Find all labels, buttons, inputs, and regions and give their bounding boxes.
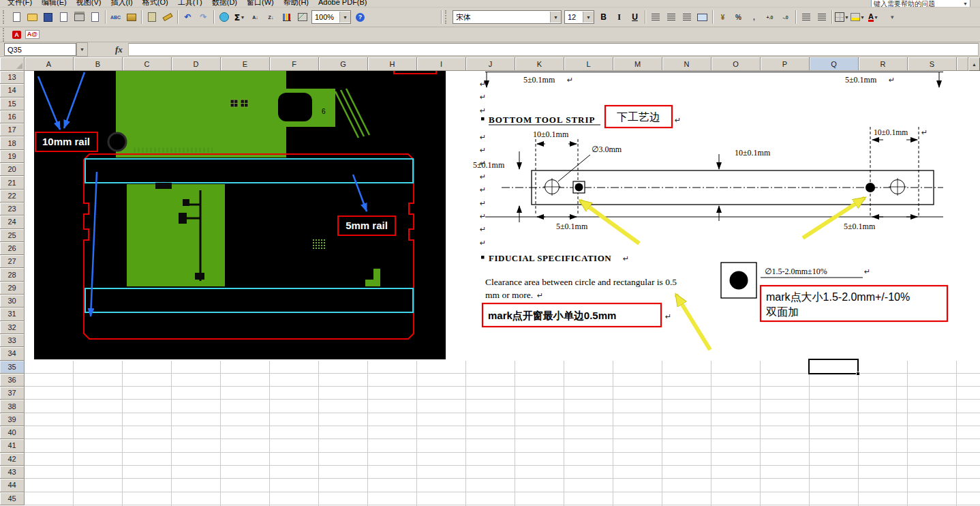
fill-color-button[interactable]: ▼	[850, 10, 866, 25]
toolbar-drag-handle[interactable]	[3, 28, 7, 42]
row-header-35[interactable]: 35	[0, 361, 25, 374]
column-header-D[interactable]: D	[172, 57, 221, 71]
row-header-23[interactable]: 23	[0, 203, 25, 215]
column-header-N[interactable]: N	[662, 57, 711, 71]
column-header-partial[interactable]	[957, 57, 968, 71]
research-button[interactable]	[123, 10, 139, 25]
toolbar-drag-handle[interactable]	[445, 10, 450, 24]
redo-button[interactable]: ↷	[196, 10, 211, 25]
column-header-P[interactable]: P	[761, 57, 810, 71]
column-header-Q[interactable]: Q	[810, 57, 859, 71]
menu-item[interactable]: Adobe PDF(B)	[313, 0, 372, 8]
toolbar-drag-handle[interactable]	[3, 10, 7, 24]
column-header-O[interactable]: O	[711, 57, 761, 71]
embedded-picture[interactable]: 6	[25, 71, 980, 361]
print-button[interactable]	[72, 10, 87, 25]
name-box-dropdown[interactable]: ▼	[76, 42, 88, 57]
row-header-27[interactable]: 27	[0, 255, 25, 268]
new-workbook-button[interactable]	[9, 10, 25, 25]
toolbar-options-button[interactable]: ▾	[887, 10, 896, 24]
pdf-email-button[interactable]: A@	[25, 27, 40, 42]
comma-button[interactable]: ,	[746, 10, 762, 25]
menu-item[interactable]: 帮助(H)	[279, 0, 313, 8]
font-size-combo[interactable]: 12 ▼	[564, 10, 594, 24]
save-button[interactable]	[40, 10, 56, 25]
row-header-34[interactable]: 34	[0, 347, 25, 360]
sort-descending-button[interactable]: Z↓	[263, 10, 279, 25]
help-button[interactable]: ?	[352, 10, 368, 25]
menu-item[interactable]: 文件(F)	[3, 0, 37, 8]
row-header-39[interactable]: 39	[0, 413, 25, 426]
row-header-28[interactable]: 28	[0, 268, 25, 281]
column-header-J[interactable]: J	[466, 57, 515, 71]
row-header-22[interactable]: 22	[0, 190, 25, 203]
column-header-M[interactable]: M	[613, 57, 662, 71]
insert-hyperlink-button[interactable]	[216, 10, 232, 25]
row-header-29[interactable]: 29	[0, 282, 25, 295]
align-left-button[interactable]	[647, 10, 663, 25]
column-header-E[interactable]: E	[221, 57, 270, 71]
column-header-C[interactable]: C	[123, 57, 172, 71]
font-color-button[interactable]: A▼	[866, 10, 881, 25]
row-header-33[interactable]: 33	[0, 334, 25, 347]
column-header-A[interactable]: A	[25, 57, 74, 71]
formula-input[interactable]	[128, 43, 979, 56]
row-header-43[interactable]: 43	[0, 466, 25, 479]
row-header-13[interactable]: 13	[0, 71, 25, 84]
row-header-44[interactable]: 44	[0, 479, 25, 492]
font-name-combo[interactable]: 宋体 ▼	[453, 10, 562, 24]
undo-button[interactable]: ↶	[180, 10, 196, 25]
merge-center-button[interactable]	[694, 10, 710, 25]
italic-button[interactable]: I	[611, 10, 627, 25]
row-header-32[interactable]: 32	[0, 321, 25, 334]
currency-button[interactable]: ¥	[715, 10, 731, 25]
menu-item[interactable]: 窗口(W)	[242, 0, 279, 8]
open-button[interactable]	[25, 10, 40, 25]
menu-item[interactable]: 编辑(E)	[37, 0, 72, 8]
permission-button[interactable]	[56, 10, 72, 25]
column-header-S[interactable]: S	[908, 57, 957, 71]
row-header-36[interactable]: 36	[0, 374, 25, 387]
increase-indent-button[interactable]	[814, 10, 829, 25]
row-header-15[interactable]: 15	[0, 98, 25, 110]
column-header-G[interactable]: G	[319, 57, 368, 71]
bold-button[interactable]: B	[596, 10, 611, 25]
column-header-F[interactable]: F	[270, 57, 319, 71]
zoom-combo[interactable]: 100% ▼	[311, 10, 351, 24]
decrease-decimal-button[interactable]: -.0	[778, 10, 793, 25]
column-header-B[interactable]: B	[74, 57, 123, 71]
column-header-I[interactable]: I	[417, 57, 466, 71]
row-header-45[interactable]: 45	[0, 492, 25, 505]
row-header-30[interactable]: 30	[0, 295, 25, 308]
increase-decimal-button[interactable]: +.0	[762, 10, 778, 25]
selected-cell-q35[interactable]	[808, 359, 859, 374]
column-header-K[interactable]: K	[515, 57, 564, 71]
spelling-button[interactable]: ABC	[108, 10, 123, 25]
row-header-20[interactable]: 20	[0, 163, 25, 176]
row-header-25[interactable]: 25	[0, 229, 25, 242]
align-center-button[interactable]	[663, 10, 679, 25]
row-header-19[interactable]: 19	[0, 150, 25, 163]
row-header-24[interactable]: 24	[0, 215, 25, 228]
scroll-up-button[interactable]: ▲	[968, 57, 980, 71]
paste-button[interactable]	[144, 10, 159, 25]
row-header-41[interactable]: 41	[0, 439, 25, 452]
row-header-16[interactable]: 16	[0, 110, 25, 123]
menu-item[interactable]: 工具(T)	[173, 0, 207, 8]
row-header-14[interactable]: 14	[0, 84, 25, 97]
row-header-40[interactable]: 40	[0, 426, 25, 439]
sort-ascending-button[interactable]: A↓	[247, 10, 263, 25]
drawing-button[interactable]	[294, 10, 310, 25]
format-painter-button[interactable]	[159, 10, 175, 25]
row-header-18[interactable]: 18	[0, 136, 25, 149]
column-header-R[interactable]: R	[859, 57, 908, 71]
select-all-corner[interactable]	[0, 57, 25, 71]
autosum-button[interactable]: Σ▼	[232, 10, 247, 25]
decrease-indent-button[interactable]	[798, 10, 814, 25]
align-right-button[interactable]	[679, 10, 694, 25]
pdf-convert-button[interactable]: A	[9, 27, 25, 42]
menu-item[interactable]: 视图(V)	[72, 0, 106, 8]
row-header-42[interactable]: 42	[0, 453, 25, 466]
chart-wizard-button[interactable]	[279, 10, 294, 25]
print-preview-button[interactable]	[87, 10, 103, 25]
